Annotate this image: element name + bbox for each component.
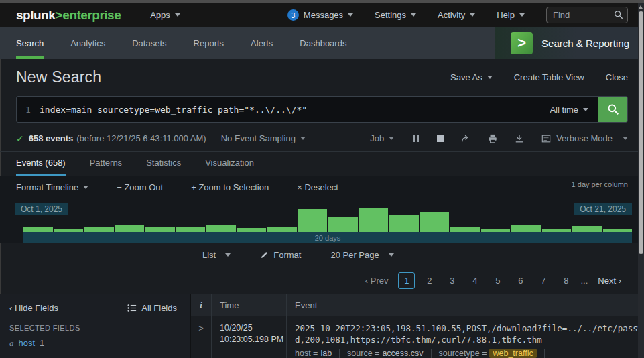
nav-item-alerts[interactable]: Alerts [251, 27, 273, 59]
nav-item-reports[interactable]: Reports [194, 27, 224, 59]
tab-visualization[interactable]: Visualization [205, 152, 254, 176]
timeline-bar[interactable] [389, 215, 419, 232]
nav-label: Reports [194, 38, 224, 48]
page-button-7[interactable]: 7 [535, 272, 552, 289]
help-menu[interactable]: Help [497, 10, 525, 20]
pause-job-button[interactable] [411, 135, 420, 142]
tab-statistics[interactable]: Statistics [146, 152, 181, 176]
next-page-button[interactable]: Next › [598, 276, 621, 286]
field-item-host[interactable]: a host 1 [9, 338, 190, 349]
zoom-to-selection-button[interactable]: + Zoom to Selection [191, 182, 269, 192]
settings-menu[interactable]: Settings [375, 10, 416, 20]
share-job-button[interactable] [461, 134, 470, 143]
per-page-menu[interactable]: 20 Per Page [330, 250, 393, 260]
print-button[interactable] [488, 134, 497, 143]
search-query-input[interactable]: index=main sourcetype=web_traffic path="… [40, 97, 539, 122]
event-field-source-key: source = [347, 349, 379, 358]
format-timeline-menu[interactable]: Format Timeline [16, 182, 88, 192]
print-icon [488, 134, 497, 143]
activity-menu[interactable]: Activity [438, 10, 475, 20]
timeline-bar[interactable] [420, 212, 450, 232]
save-as-button[interactable]: Save As [450, 72, 493, 82]
timeline-bar[interactable] [54, 229, 84, 232]
tab-events[interactable]: Events (658) [16, 152, 66, 176]
apps-menu[interactable]: Apps [150, 10, 180, 20]
time-range-picker[interactable]: All time [539, 97, 598, 122]
tab-label: Patterns [90, 158, 122, 168]
splunk-logo[interactable]: splunk>enterprise [16, 8, 121, 23]
event-field-host-value[interactable]: lab [320, 349, 332, 358]
event-count-timestamp: (before 12/21/25 6:43:11.000 AM) [76, 133, 206, 143]
event-raw-text[interactable]: 2025-10-20T22:23:05,198.51.100.55,POST,/… [295, 322, 643, 345]
chevron-down-icon [389, 253, 394, 257]
page-button-3[interactable]: 3 [444, 272, 460, 289]
nav-label: Dashboards [300, 38, 346, 48]
timeline-bar[interactable] [115, 225, 145, 232]
current-app-chip[interactable]: > Search & Reporting [495, 27, 644, 59]
event-cell: 2025-10-20T22:23:05,198.51.100.55,POST,/… [287, 316, 644, 358]
timeline-bar[interactable] [511, 225, 541, 232]
results-tabs: Events (658) Patterns Statistics Visuali… [0, 152, 644, 176]
page-button-8[interactable]: 8 [558, 272, 574, 289]
close-button[interactable]: Close [606, 72, 628, 82]
page-button-2[interactable]: 2 [421, 272, 438, 289]
page-button-6[interactable]: 6 [512, 272, 529, 289]
timeline-bar[interactable] [23, 227, 53, 232]
hide-fields-button[interactable]: ‹ Hide Fields [9, 303, 58, 313]
nav-item-datasets[interactable]: Datasets [132, 27, 166, 59]
scrollbar-thumb[interactable] [639, 11, 643, 254]
page-button-1[interactable]: 1 [398, 272, 415, 289]
pagination: ‹ Prev 1 2 3 4 5 6 7 8 ... Next › [0, 267, 644, 294]
zoom-out-button[interactable]: − Zoom Out [117, 182, 163, 192]
timeline-bar[interactable] [237, 228, 267, 232]
search-mode-menu[interactable]: Verbose Mode [541, 133, 628, 143]
deselect-button[interactable]: × Deselect [297, 182, 338, 192]
vertical-scrollbar[interactable] [638, 3, 644, 358]
export-download-button[interactable] [515, 134, 524, 143]
event-field-sourcetype-value-highlighted[interactable]: web_traffic [489, 349, 536, 358]
timeline-bar[interactable] [298, 209, 328, 232]
job-menu[interactable]: Job [370, 133, 394, 143]
info-column-header: i [191, 294, 212, 316]
page-button-5[interactable]: 5 [489, 272, 506, 289]
timeline-bar[interactable] [481, 229, 511, 232]
timeline-bar[interactable] [176, 227, 206, 232]
timeline-bar[interactable] [145, 227, 175, 232]
format-results-button[interactable]: Format [260, 250, 301, 260]
create-table-view-button[interactable]: Create Table View [514, 72, 584, 82]
run-search-button[interactable] [598, 97, 627, 122]
search-header: New Search Save As Create Table View Clo… [0, 59, 644, 96]
nav-item-analytics[interactable]: Analytics [70, 27, 105, 59]
timeline-bar[interactable] [84, 227, 114, 232]
timeline-bar[interactable] [450, 227, 480, 232]
pagination-ellipsis: ... [580, 276, 588, 286]
stop-job-button[interactable] [437, 135, 444, 142]
deselect-label: × Deselect [297, 182, 338, 192]
tab-patterns[interactable]: Patterns [90, 152, 122, 176]
timeline-bar[interactable] [572, 226, 602, 232]
nav-item-dashboards[interactable]: Dashboards [300, 27, 346, 59]
page-button-4[interactable]: 4 [466, 272, 483, 289]
timeline-bar[interactable] [603, 229, 633, 232]
job-controls: Job Verbose Mode [370, 133, 628, 143]
event-field-source-value[interactable]: access.csv [382, 349, 423, 358]
event-sampling-menu[interactable]: No Event Sampling [221, 133, 306, 143]
topbar-right-group: 3 Messages Settings Activity Help [287, 7, 628, 23]
nav-item-search[interactable]: Search [16, 27, 44, 59]
timeline-span-label: 20 days [315, 234, 341, 242]
scroll-up-arrow-icon[interactable] [639, 5, 643, 9]
hide-fields-label: ‹ Hide Fields [9, 303, 58, 313]
timeline-bar[interactable] [267, 227, 297, 232]
expand-event-button[interactable]: > [191, 316, 212, 358]
help-menu-label: Help [497, 10, 515, 20]
timeline-bar[interactable] [359, 208, 389, 232]
timeline-bar[interactable] [328, 217, 358, 232]
all-fields-button[interactable]: All Fields [127, 303, 177, 313]
messages-menu[interactable]: 3 Messages [287, 9, 353, 21]
prev-page-button[interactable]: ‹ Prev [365, 276, 389, 286]
timeline-axis-band[interactable]: 20 days [23, 232, 632, 243]
list-view-menu[interactable]: List [202, 250, 231, 260]
timeline-bar[interactable] [206, 225, 236, 232]
list-view-label: List [202, 250, 216, 260]
timeline-bar[interactable] [542, 229, 572, 232]
